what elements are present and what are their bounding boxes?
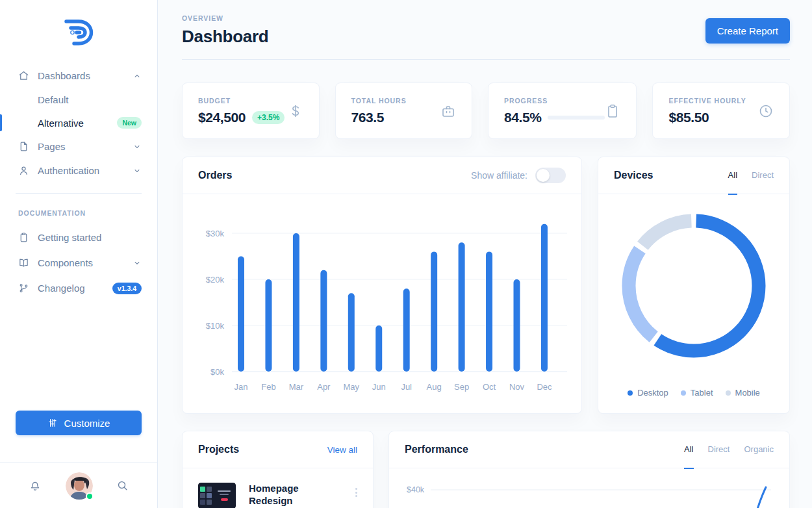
sidebar-item-label: Alternative	[38, 118, 117, 129]
sidebar-item-components[interactable]: Components	[0, 250, 157, 275]
stat-value: $24,500	[198, 110, 246, 125]
bell-icon[interactable]	[29, 479, 42, 492]
customize-button[interactable]: Customize	[16, 411, 142, 435]
svg-text:Aug: Aug	[427, 382, 442, 392]
user-icon	[18, 165, 29, 176]
stat-label: EFFECTIVE HOURLY	[668, 97, 746, 105]
sidebar-item-default[interactable]: Default	[0, 88, 157, 111]
toggle-knob	[537, 169, 550, 182]
stat-value: 84.5%	[504, 110, 541, 125]
devices-legend: Desktop Tablet Mobile	[598, 388, 789, 398]
svg-text:Sep: Sep	[454, 382, 469, 392]
chevron-up-icon	[133, 71, 142, 81]
performance-card: Performance All Direct Organic $40k	[388, 431, 790, 508]
logo[interactable]	[0, 0, 157, 58]
stat-label: PROGRESS	[504, 97, 605, 105]
tab-organic[interactable]: Organic	[744, 431, 774, 469]
search-icon[interactable]	[116, 479, 129, 492]
svg-text:$10k: $10k	[206, 321, 225, 331]
chevron-down-icon	[133, 142, 142, 151]
documentation-section-label: DOCUMENTATION	[0, 194, 157, 225]
new-badge: New	[117, 117, 142, 129]
briefcase-icon	[440, 103, 456, 119]
stat-card-budget: BUDGET $24,500 +3.5%	[182, 83, 320, 139]
sliders-icon	[47, 418, 58, 428]
tab-direct[interactable]: Direct	[752, 157, 774, 195]
svg-text:Dec: Dec	[537, 382, 552, 392]
svg-text:May: May	[344, 382, 360, 392]
active-indicator	[0, 114, 2, 131]
svg-text:Nov: Nov	[509, 382, 525, 392]
svg-text:Mar: Mar	[289, 382, 304, 392]
svg-text:$30k: $30k	[206, 229, 225, 238]
view-all-link[interactable]: View all	[327, 445, 357, 455]
sidebar-item-alternative[interactable]: Alternative New	[0, 111, 157, 134]
sidebar: Dashboards Default Alternative New Pages	[0, 0, 158, 508]
svg-text:Feb: Feb	[261, 382, 275, 392]
project-name: Homepage Redesign	[249, 483, 316, 507]
dollar-icon	[288, 103, 303, 119]
progress-bar	[548, 116, 605, 120]
create-report-button[interactable]: Create Report	[705, 18, 790, 44]
clock-icon	[758, 103, 774, 119]
sidebar-item-label: Default	[38, 94, 142, 105]
legend-item-mobile: Mobile	[726, 388, 760, 398]
file-icon	[18, 141, 29, 152]
kebab-menu-icon[interactable]	[355, 483, 357, 497]
sidebar-item-label: Getting started	[38, 232, 142, 243]
project-thumbnail	[198, 483, 236, 508]
stat-card-effective-hourly: EFFECTIVE HOURLY $85.50	[652, 83, 790, 139]
project-list-item[interactable]: Homepage Redesign	[183, 468, 373, 508]
sidebar-item-pages[interactable]: Pages	[0, 134, 157, 159]
sidebar-item-label: Dashboards	[38, 70, 133, 81]
sidebar-item-authentication[interactable]: Authentication	[0, 159, 157, 183]
show-affiliate-toggle[interactable]	[535, 168, 566, 183]
avatar[interactable]	[66, 472, 93, 500]
legend-dot	[681, 390, 686, 396]
tab-direct[interactable]: Direct	[708, 431, 730, 469]
svg-text:Jan: Jan	[235, 382, 248, 392]
sidebar-item-label: Changelog	[38, 283, 112, 294]
page-header: OVERVIEW Dashboard Create Report	[182, 0, 790, 60]
stats-row: BUDGET $24,500 +3.5% TOTAL HOURS 763.5	[182, 83, 790, 139]
sidebar-item-label: Components	[38, 257, 133, 268]
svg-text:Oct: Oct	[483, 382, 496, 392]
devices-card: Devices All Direct Desktop Tablet Mobile	[598, 157, 790, 414]
sidebar-docs-nav: Getting started Components Changelog v1.…	[0, 225, 157, 301]
clipboard-icon	[18, 232, 29, 243]
sidebar-bottom-bar	[0, 463, 157, 508]
chevron-down-icon	[133, 166, 142, 175]
git-branch-icon	[18, 283, 29, 294]
orders-card-title: Orders	[198, 170, 232, 181]
projects-card-title: Projects	[198, 444, 239, 455]
show-affiliate-label: Show affiliate:	[471, 170, 527, 181]
sidebar-item-dashboards[interactable]: Dashboards	[0, 64, 157, 88]
tab-all[interactable]: All	[684, 431, 693, 469]
customize-label: Customize	[64, 418, 110, 429]
legend-dot	[628, 390, 633, 396]
page-title: Dashboard	[182, 27, 268, 47]
performance-card-title: Performance	[405, 444, 468, 455]
stat-value: $85.50	[668, 110, 709, 125]
legend-item-tablet: Tablet	[681, 388, 713, 398]
performance-line-chart: $40k	[389, 468, 790, 508]
stat-label: TOTAL HOURS	[351, 97, 407, 105]
svg-text:Jun: Jun	[372, 382, 386, 392]
home-icon	[18, 70, 29, 81]
sidebar-item-getting-started[interactable]: Getting started	[0, 225, 157, 250]
sidebar-item-changelog[interactable]: Changelog v1.3.4	[0, 275, 157, 301]
projects-card: Projects View all	[182, 431, 374, 508]
tab-all[interactable]: All	[728, 157, 737, 195]
orders-bar-chart: $0k$10k$20k$30kJanFebMarAprMayJunJulAugS…	[198, 207, 567, 400]
chevron-down-icon	[133, 259, 142, 268]
orders-card: Orders Show affiliate: $0k$10k$20k$30kJa…	[182, 157, 582, 414]
page-pretitle: OVERVIEW	[182, 14, 268, 22]
book-icon	[18, 257, 29, 268]
sidebar-item-label: Authentication	[38, 165, 133, 176]
svg-text:$0k: $0k	[210, 367, 224, 377]
delta-badge: +3.5%	[252, 111, 285, 124]
main-content: OVERVIEW Dashboard Create Report BUDGET …	[158, 0, 812, 508]
devices-card-title: Devices	[614, 170, 653, 181]
legend-dot	[726, 390, 731, 396]
svg-text:Jul: Jul	[401, 382, 412, 392]
